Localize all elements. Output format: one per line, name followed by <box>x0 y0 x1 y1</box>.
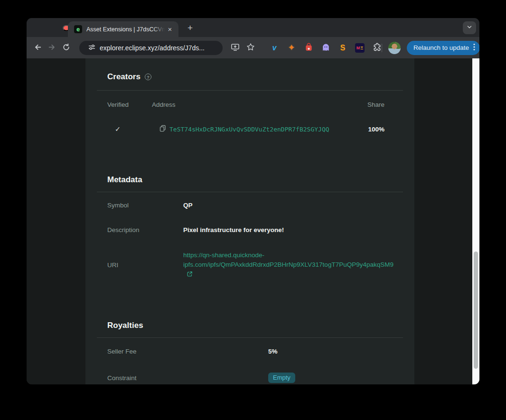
back-arrow-icon <box>34 43 42 53</box>
creator-address-link[interactable]: TeST74sHxDcRJNGxUvQvSDDVuZt2enDPR7fB2SGY… <box>169 126 329 133</box>
address-bar[interactable]: explorer.eclipse.xyz/address/J7ds... <box>79 41 223 55</box>
solflare-extension-button[interactable]: S <box>338 43 347 53</box>
kebab-menu-icon <box>473 43 475 52</box>
page-scrollbar-track[interactable] <box>472 58 479 384</box>
section-divider <box>97 90 403 91</box>
royalties-heading: Royalties <box>107 321 143 330</box>
seller-fee-label: Seller Fee <box>107 348 268 355</box>
uri-row: URI https://qn-shared.quicknode-ipfs.com… <box>97 251 403 279</box>
tab-title: Asset Extensions | J7dsCCVm <box>86 26 165 33</box>
tab-strip: e Asset Extensions | J7dsCCVm × + <box>27 18 479 37</box>
creators-heading: Creators <box>107 72 141 82</box>
browser-toolbar: explorer.eclipse.xyz/address/J7ds... v ✦ <box>27 37 479 58</box>
extension-icons-row: v ✦ S <box>270 43 382 53</box>
open-uri-button[interactable] <box>187 271 193 279</box>
creator-table-row: ✓ TeST74sHxDcRJNGxUvQvSDDVuZt2enDPR7fB2S… <box>97 121 403 137</box>
description-row: Description Pixel infrastructure for eve… <box>97 226 403 233</box>
page-viewport: Creators ? Verified Address Share ✓ <box>27 58 479 384</box>
copy-icon <box>159 125 166 133</box>
magic-eden-icon: M Ξ <box>355 43 365 53</box>
site-settings-button[interactable] <box>88 44 95 52</box>
puzzle-piece-icon <box>373 43 382 53</box>
description-value: Pixel infrastructure for everyone! <box>183 226 284 233</box>
url-text: explorer.eclipse.xyz/address/J7ds... <box>100 44 205 52</box>
symbol-value: QP <box>183 202 193 209</box>
constraint-label: Constraint <box>107 374 268 382</box>
help-icon[interactable]: ? <box>145 74 151 80</box>
backpack-wallet-extension-button[interactable] <box>304 43 313 53</box>
vimeo-icon: v <box>272 44 277 52</box>
symbol-label: Symbol <box>107 202 183 209</box>
description-label: Description <box>107 226 183 233</box>
solflare-icon: S <box>340 44 346 52</box>
install-page-button[interactable] <box>228 41 242 55</box>
desktop-background: e Asset Extensions | J7dsCCVm × + <box>0 0 506 420</box>
metadata-heading: Metadata <box>107 175 142 185</box>
tune-icon <box>88 44 95 52</box>
extensions-menu-button[interactable] <box>372 43 382 53</box>
forward-arrow-icon <box>48 43 56 53</box>
browser-window: e Asset Extensions | J7dsCCVm × + <box>27 18 479 384</box>
symbol-row: Symbol QP <box>97 202 403 209</box>
sparkle-icon: ✦ <box>288 43 295 53</box>
content-card: Creators ? Verified Address Share ✓ <box>85 58 414 384</box>
address-column-header: Address <box>152 101 351 108</box>
scrollbar-thumb[interactable] <box>474 252 478 369</box>
phantom-wallet-extension-button[interactable] <box>321 43 330 53</box>
vimeo-extension-button[interactable]: v <box>270 43 279 53</box>
creator-share-value: 100% <box>351 126 384 133</box>
constraint-row: Constraint Empty <box>97 373 403 383</box>
browser-tab[interactable]: e Asset Extensions | J7dsCCVm × <box>68 21 178 37</box>
external-link-icon <box>187 271 193 279</box>
metadata-section-title: Metadata <box>97 175 403 185</box>
backpack-wallet-icon <box>304 43 313 53</box>
profile-avatar[interactable] <box>388 42 401 54</box>
toolbar-divider <box>382 44 382 52</box>
uri-link[interactable]: https://qn-shared.quicknode-ipfs.com/ipf… <box>183 252 394 268</box>
chevron-down-icon <box>466 24 473 32</box>
sparkle-extension-button[interactable]: ✦ <box>287 43 296 53</box>
seller-fee-value: 5% <box>268 348 278 355</box>
forward-button[interactable] <box>45 41 59 55</box>
reload-button[interactable] <box>59 41 73 55</box>
star-icon <box>246 43 255 53</box>
copy-address-button[interactable] <box>159 125 166 133</box>
section-divider <box>97 337 403 338</box>
seller-fee-row: Seller Fee 5% <box>97 348 403 355</box>
royalties-section-title: Royalties <box>97 320 403 331</box>
reload-icon <box>62 43 70 53</box>
section-divider <box>97 192 403 192</box>
constraint-empty-badge: Empty <box>268 373 295 383</box>
uri-label: URI <box>107 261 183 269</box>
tab-search-button[interactable] <box>463 21 476 34</box>
share-column-header: Share <box>351 101 384 108</box>
bookmark-button[interactable] <box>244 41 258 55</box>
back-button[interactable] <box>30 41 45 55</box>
creators-table-header: Verified Address Share <box>97 101 403 108</box>
tab-close-button[interactable]: × <box>166 25 174 34</box>
relaunch-label: Relaunch to update <box>413 44 469 51</box>
eclipse-favicon-icon: e <box>74 25 82 33</box>
creators-section-title: Creators ? <box>97 72 403 82</box>
new-tab-button[interactable]: + <box>185 23 195 33</box>
verified-check-icon: ✓ <box>107 125 159 133</box>
relaunch-to-update-button[interactable]: Relaunch to update <box>407 41 479 55</box>
verified-column-header: Verified <box>107 101 152 108</box>
magic-eden-extension-button[interactable]: M Ξ <box>355 43 365 53</box>
phantom-ghost-icon <box>321 43 330 53</box>
monitor-download-icon <box>231 43 240 53</box>
